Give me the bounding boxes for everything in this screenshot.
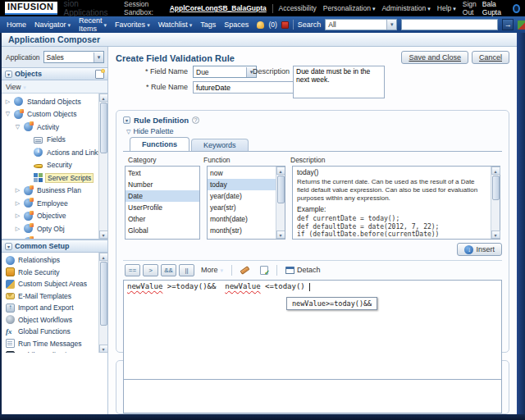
category-option[interactable]: Global [126, 225, 199, 236]
tree-expander-icon[interactable]: ▷ [14, 187, 21, 194]
operator-button[interactable]: || [179, 264, 194, 276]
collapse-icon[interactable] [5, 243, 12, 250]
nav-item[interactable]: Watchlist [158, 21, 193, 29]
tree-expander-icon[interactable]: ▽ [14, 124, 21, 130]
search-input[interactable] [401, 19, 498, 30]
topbar-link[interactable]: Administration [381, 4, 430, 12]
tree-item[interactable]: Security [2, 159, 98, 172]
operator-button[interactable]: > [143, 264, 158, 276]
scroll-up-icon[interactable] [491, 167, 500, 175]
search-go-button[interactable] [502, 19, 514, 30]
function-option[interactable]: year(date) [208, 190, 276, 202]
tree-expander-icon[interactable]: ▷ [14, 226, 21, 232]
calendar-icon[interactable] [281, 21, 289, 29]
nav-item[interactable]: Favorites [115, 21, 150, 29]
application-select[interactable]: Sales [43, 51, 104, 63]
tree-item[interactable]: ▽ Custom Objects [2, 108, 98, 121]
tree-item[interactable]: ▷ Objective [2, 210, 98, 223]
rule-name-input[interactable] [193, 81, 298, 94]
more-menu-button[interactable]: More [197, 263, 227, 276]
view-menu-button[interactable]: View [6, 83, 26, 91]
common-setup-item[interactable]: Import and Export [2, 302, 98, 314]
scrollbar-thumb[interactable] [100, 103, 107, 153]
description-textarea[interactable]: Due date must be in the next week. [293, 66, 385, 98]
help-icon[interactable] [192, 116, 199, 124]
common-setup-scrollbar[interactable] [98, 253, 107, 353]
tree-expander-icon[interactable]: ▷ [14, 212, 21, 219]
tree-item[interactable]: ▷ Standard Objects [2, 95, 98, 108]
scroll-down-icon[interactable] [99, 231, 108, 239]
tree-item[interactable]: Fields [2, 134, 98, 147]
scrollbar-thumb[interactable] [277, 176, 285, 203]
function-option[interactable]: now [208, 167, 276, 179]
advanced-search-icon[interactable] [518, 21, 525, 30]
palette-tab[interactable]: Keywords [191, 139, 249, 151]
session-sandbox-link[interactable]: ApplCoreLongSB_BalaGupta [170, 4, 267, 12]
operator-button[interactable]: && [161, 264, 176, 276]
tree-item[interactable]: ▷ Employee [2, 197, 98, 210]
topbar-link[interactable]: Sign Out [463, 0, 477, 16]
topbar-link[interactable]: Help [437, 4, 456, 12]
save-and-close-button[interactable]: Save and Close [401, 51, 468, 64]
scrollbar-thumb[interactable] [100, 262, 107, 326]
common-setup-item[interactable]: Global Functions [2, 326, 98, 338]
function-option[interactable]: month(date) [208, 213, 276, 225]
collapse-icon[interactable] [123, 116, 130, 124]
scroll-down-icon[interactable] [99, 345, 108, 353]
expression-editor[interactable]: newValue >=today()&& newValue <=today() … [123, 280, 502, 380]
nav-item[interactable]: Home [7, 21, 26, 29]
tree-item[interactable]: Actions and Links [2, 146, 98, 159]
category-option[interactable]: Date [126, 190, 199, 202]
doc-scrollbar[interactable] [491, 167, 500, 239]
category-option[interactable]: Other [126, 213, 199, 225]
operator-button[interactable]: == [125, 264, 140, 276]
error-message-textarea[interactable] [123, 377, 502, 413]
detach-button[interactable]: Detach [281, 263, 325, 276]
palette-tab[interactable]: Functions [130, 137, 189, 151]
new-object-icon[interactable] [95, 70, 104, 79]
collapse-icon[interactable] [5, 71, 12, 78]
common-setup-item[interactable]: Relationships [2, 254, 98, 267]
function-option[interactable]: month(str) [208, 225, 276, 236]
scrollbar-thumb[interactable] [492, 176, 500, 200]
category-option[interactable]: Number [126, 179, 199, 190]
scroll-up-icon[interactable] [276, 167, 285, 175]
function-list-scrollbar[interactable] [276, 167, 285, 239]
scroll-down-icon[interactable] [491, 231, 500, 239]
hide-palette-link[interactable]: Hide Palette [126, 127, 502, 135]
common-setup-item[interactable]: Object Workflows [2, 314, 98, 326]
nav-item[interactable]: Tags [200, 21, 216, 29]
function-option[interactable]: today [208, 179, 276, 190]
topbar-link[interactable]: Personalization [323, 4, 376, 12]
scroll-up-icon[interactable] [99, 253, 108, 261]
common-setup-item[interactable]: Run Time Messages [2, 338, 98, 350]
cancel-button[interactable]: Cancel [472, 51, 509, 64]
search-scope-select[interactable]: All [325, 19, 397, 30]
category-option[interactable]: UserProfile [126, 202, 199, 213]
vertical-scrollbar[interactable] [517, 33, 525, 414]
objects-panel-header[interactable]: Objects [2, 67, 107, 80]
function-option[interactable]: day(date) [208, 236, 276, 239]
tree-item[interactable]: ▷ [2, 235, 98, 240]
scroll-up-icon[interactable] [99, 94, 108, 102]
common-setup-panel-header[interactable]: Common Setup [2, 240, 107, 253]
tree-expander-icon[interactable]: ▷ [14, 238, 21, 239]
common-setup-item[interactable]: Role Security [2, 267, 98, 279]
function-option[interactable]: year(str) [208, 202, 276, 213]
tree-item[interactable]: ▽ Activity [2, 121, 98, 134]
tree-item[interactable]: ▷ Business Plan [2, 185, 98, 198]
notifications-bell-icon[interactable] [257, 21, 264, 29]
category-option[interactable]: Text [126, 167, 199, 179]
common-setup-item[interactable]: Custom Subject Areas [2, 278, 98, 290]
insert-button[interactable]: Insert [457, 243, 502, 256]
topbar-link[interactable]: Accessibility [278, 4, 316, 12]
tree-scrollbar[interactable] [98, 94, 107, 239]
tree-expander-icon[interactable]: ▷ [14, 200, 21, 207]
chat-bubble-icon[interactable] [513, 4, 520, 13]
nav-item[interactable]: Recent Items [79, 16, 107, 33]
nav-item[interactable]: Navigator [34, 21, 71, 29]
nav-item[interactable]: Spaces [224, 21, 249, 29]
tree-item[interactable]: Server Scripts [2, 171, 98, 185]
scroll-down-icon[interactable] [276, 231, 285, 239]
erase-button[interactable] [236, 263, 253, 276]
